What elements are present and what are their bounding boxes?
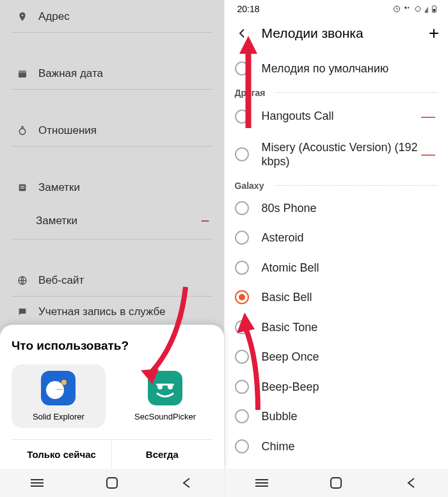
- field-relation[interactable]: Отношения: [12, 115, 212, 147]
- ringtone-label: 80s Phone: [262, 201, 438, 216]
- app-label: Solid Explorer: [14, 412, 103, 421]
- note-icon: [14, 183, 31, 193]
- ringtone-option[interactable]: Beep-Beep: [225, 372, 449, 402]
- ringtone-option[interactable]: Misery (Acoustic Version) (192 kbps)—: [225, 133, 449, 177]
- back-arrow-icon[interactable]: [234, 25, 250, 42]
- nav-bar-left: [0, 469, 224, 497]
- field-label: Заметки: [38, 181, 80, 194]
- page-title: Мелодии звонка: [262, 26, 429, 41]
- radio-icon: [235, 110, 249, 124]
- app-option-solid-explorer[interactable]: Solid Explorer: [12, 364, 106, 428]
- pin-icon: [14, 12, 31, 22]
- ringtone-label: Beep Once: [262, 350, 438, 364]
- radio-icon: [235, 380, 249, 394]
- right-screen: 20:18 Мелодии звонка + Мелодия по умолча…: [225, 0, 449, 497]
- ringtone-list: Мелодия по умолчаниюДругаяHangouts Call—…: [225, 54, 449, 461]
- chat-icon: [14, 307, 31, 317]
- svg-rect-1: [19, 70, 26, 72]
- ringtone-option[interactable]: Basic Tone: [225, 313, 449, 343]
- field-date[interactable]: Важная дата: [12, 58, 212, 90]
- recents-button[interactable]: [28, 473, 47, 493]
- minus-icon[interactable]: −: [200, 212, 209, 230]
- add-button[interactable]: +: [429, 23, 439, 44]
- ringtone-label: Hangouts Call: [262, 109, 419, 124]
- svg-point-9: [61, 380, 67, 385]
- svg-rect-17: [107, 478, 117, 488]
- svg-rect-10: [148, 371, 182, 405]
- back-button[interactable]: [401, 473, 420, 493]
- radio-icon: [235, 61, 249, 76]
- ringtone-label: Basic Tone: [262, 320, 438, 335]
- radio-icon: [235, 231, 249, 245]
- delete-icon[interactable]: —: [419, 146, 438, 163]
- action-always[interactable]: Всегда: [112, 440, 212, 469]
- field-notes[interactable]: Заметки: [12, 172, 212, 203]
- ringtone-option[interactable]: Hangouts Call—: [225, 101, 449, 133]
- delete-icon[interactable]: —: [419, 108, 438, 125]
- field-label: Заметки: [36, 215, 77, 227]
- section-header: Galaxy: [225, 177, 449, 193]
- app-chooser-sheet: Что использовать? Solid Explorer SecSoun…: [0, 325, 224, 469]
- radio-icon: [235, 147, 249, 161]
- ringtone-label: Мелодия по умолчанию: [262, 61, 438, 76]
- calendar-icon: [14, 69, 31, 79]
- app-label: SecSoundPicker: [121, 412, 210, 421]
- ringtone-label: Misery (Acoustic Version) (192 kbps): [262, 140, 419, 169]
- home-button[interactable]: [326, 473, 346, 493]
- recents-button[interactable]: [252, 473, 271, 493]
- field-address[interactable]: Адрес: [12, 1, 212, 33]
- field-label: Веб-сайт: [38, 274, 84, 287]
- ringtone-option[interactable]: 80s Phone: [225, 193, 449, 224]
- ringtone-label: Asteroid: [262, 231, 438, 245]
- section-header: Другая: [225, 84, 449, 101]
- field-label: Учетная запись в службе: [38, 306, 166, 318]
- svg-rect-23: [433, 9, 436, 12]
- status-time: 20:18: [237, 4, 260, 14]
- ringtone-label: Chime: [262, 439, 438, 454]
- radio-icon: [235, 201, 249, 215]
- ring-icon: [14, 126, 31, 136]
- ringtone-label: Bubble: [262, 409, 438, 424]
- svg-point-2: [19, 129, 25, 134]
- ringtone-option[interactable]: Bubble: [225, 402, 449, 432]
- globe-icon: [14, 275, 31, 286]
- radio-icon: [235, 320, 249, 334]
- radio-icon: [235, 409, 249, 423]
- ringtone-option[interactable]: Basic Bell: [225, 282, 449, 313]
- field-label: Отношения: [38, 124, 97, 137]
- svg-rect-13: [156, 384, 174, 386]
- ringtone-label: Atomic Bell: [262, 261, 438, 275]
- svg-rect-20: [426, 9, 427, 13]
- ringtone-label: Basic Bell: [262, 290, 438, 305]
- ringtone-option[interactable]: Atomic Bell: [225, 253, 449, 283]
- radio-icon: [235, 439, 249, 453]
- left-screen: Адрес Важная дата Отношения: [0, 0, 225, 497]
- field-label: Адрес: [38, 10, 70, 23]
- field-notes-input[interactable]: Заметки −: [12, 203, 212, 240]
- status-bar: 20:18: [225, 0, 449, 18]
- action-just-once[interactable]: Только сейчас: [12, 440, 112, 469]
- svg-rect-21: [428, 8, 428, 13]
- field-account[interactable]: Учетная запись в службе: [12, 297, 212, 328]
- svg-rect-4: [20, 186, 25, 186]
- svg-rect-5: [20, 188, 25, 188]
- app-option-sec-sound-picker[interactable]: SecSoundPicker: [118, 364, 212, 428]
- radio-icon: [235, 290, 249, 304]
- sec-sound-picker-icon: [148, 371, 182, 405]
- ringtone-option[interactable]: Asteroid: [225, 223, 449, 253]
- ringtone-option[interactable]: Beep Once: [225, 342, 449, 372]
- ringtone-option[interactable]: Chime: [225, 432, 449, 462]
- status-icons: [393, 5, 438, 13]
- header: Мелодии звонка +: [225, 18, 449, 54]
- home-button[interactable]: [102, 473, 122, 493]
- solid-explorer-icon: [41, 371, 76, 405]
- sheet-title: Что использовать?: [12, 339, 212, 353]
- ringtone-label: Beep-Beep: [262, 380, 438, 395]
- field-website[interactable]: Веб-сайт: [12, 265, 212, 297]
- svg-rect-27: [331, 478, 341, 488]
- back-button[interactable]: [177, 473, 196, 493]
- nav-bar-right: [225, 469, 449, 497]
- svg-rect-19: [425, 10, 426, 13]
- radio-icon: [235, 350, 249, 364]
- ringtone-option[interactable]: Мелодия по умолчанию: [225, 54, 449, 84]
